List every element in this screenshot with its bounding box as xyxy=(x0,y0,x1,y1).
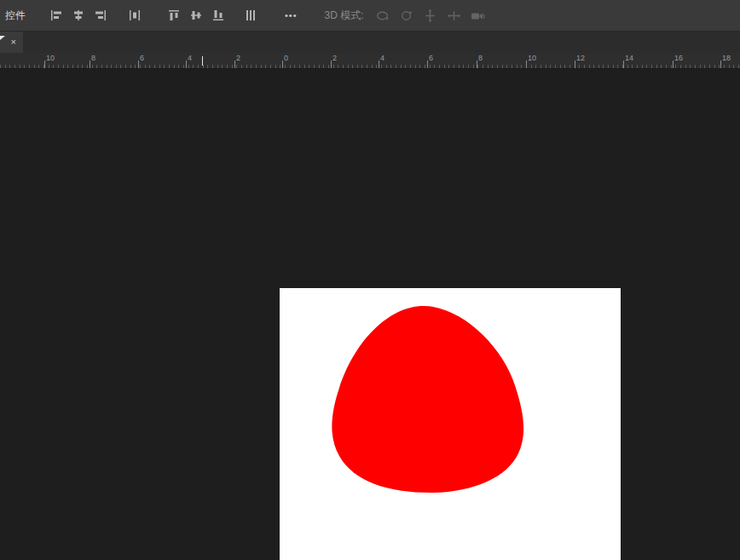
3d-camera-button[interactable] xyxy=(468,5,489,26)
ruler-label: 16 xyxy=(674,55,683,62)
options-bar-label: 控件 xyxy=(5,9,26,23)
ruler-major-tick xyxy=(720,61,721,68)
red-rounded-triangle-shape[interactable] xyxy=(332,306,523,493)
tab-close-icon[interactable]: × xyxy=(11,38,23,47)
align-bottom-edges-icon xyxy=(211,9,225,22)
ruler-label: 6 xyxy=(140,55,144,62)
tab-overflow-icon xyxy=(0,36,5,40)
ruler-label: 2 xyxy=(332,55,337,62)
document-tab[interactable]: × xyxy=(0,32,23,53)
ruler-major-tick xyxy=(282,61,283,68)
ruler-label: 0 xyxy=(284,55,288,62)
ruler-major-tick xyxy=(477,61,477,68)
ruler-major-tick xyxy=(575,61,575,68)
ruler-major-tick xyxy=(234,61,235,68)
ruler-label: 6 xyxy=(429,55,433,62)
ruler-major-tick xyxy=(623,61,624,68)
3d-orbit-button[interactable] xyxy=(373,5,393,26)
ruler-label: 8 xyxy=(478,55,483,62)
ruler-position-marker xyxy=(202,56,203,66)
ruler-major-tick xyxy=(186,61,187,68)
ruler-label: 10 xyxy=(528,55,536,62)
ruler-major-tick xyxy=(526,61,527,68)
ruler-label: 14 xyxy=(625,55,633,62)
distribute-horizontal-button[interactable] xyxy=(124,5,145,26)
align-group-vertical xyxy=(164,5,228,26)
ruler-major-tick xyxy=(427,61,428,68)
align-group-horizontal xyxy=(46,5,111,26)
distribute-vertical-icon xyxy=(244,9,257,22)
distribute-vertical-button[interactable] xyxy=(240,5,261,26)
workspace-canvas[interactable] xyxy=(0,69,740,560)
ruler-major-tick xyxy=(90,61,90,68)
align-vertical-centers-button[interactable] xyxy=(186,5,206,26)
3d-pan-icon xyxy=(423,9,437,23)
3d-camera-icon xyxy=(471,9,486,23)
align-left-edges-button[interactable] xyxy=(46,5,66,26)
ruler-major-tick xyxy=(138,61,139,68)
horizontal-ruler[interactable]: 10 8 6 4 2 0 2 4 6 8 10 12 14 16 18 xyxy=(0,53,740,69)
document-tab-bar: × xyxy=(0,32,740,53)
more-options-button[interactable]: ••• xyxy=(281,5,301,26)
3d-slide-icon xyxy=(447,9,461,23)
3d-roll-button[interactable] xyxy=(396,5,417,26)
ruler-label: 10 xyxy=(46,55,55,62)
ruler-major-tick xyxy=(331,61,332,68)
align-bottom-edges-button[interactable] xyxy=(208,5,228,26)
document-artwork xyxy=(280,288,621,560)
document-canvas[interactable] xyxy=(280,288,621,560)
ruler-label: 2 xyxy=(236,55,240,62)
align-right-edges-button[interactable] xyxy=(90,5,111,26)
ruler-label: 12 xyxy=(576,55,585,62)
3d-mode-group xyxy=(373,5,489,26)
ruler-label: 18 xyxy=(722,55,731,62)
align-top-edges-button[interactable] xyxy=(164,5,184,26)
3d-roll-icon xyxy=(399,9,413,23)
ruler-label: 4 xyxy=(380,55,384,62)
3d-mode-label: 3D 模式: xyxy=(325,9,364,23)
align-horizontal-centers-button[interactable] xyxy=(68,5,89,26)
3d-pan-button[interactable] xyxy=(420,5,441,26)
3d-orbit-icon xyxy=(375,9,390,23)
ruler-major-tick xyxy=(379,61,379,68)
distribute-group-vertical xyxy=(240,5,261,26)
distribute-horizontal-icon xyxy=(128,9,142,22)
align-vertical-centers-icon xyxy=(189,9,203,22)
align-left-edges-icon xyxy=(49,9,63,22)
align-right-edges-icon xyxy=(94,9,107,22)
options-bar: 控件 ••• 3D 模式: xyxy=(0,0,740,32)
align-top-edges-icon xyxy=(167,9,181,22)
ruler-label: 4 xyxy=(188,55,192,62)
distribute-group-horizontal xyxy=(124,5,145,26)
ruler-major-tick xyxy=(673,61,674,68)
3d-slide-button[interactable] xyxy=(444,5,465,26)
ruler-major-tick xyxy=(44,61,45,68)
align-horizontal-centers-icon xyxy=(72,9,85,22)
ruler-label: 8 xyxy=(91,55,95,62)
